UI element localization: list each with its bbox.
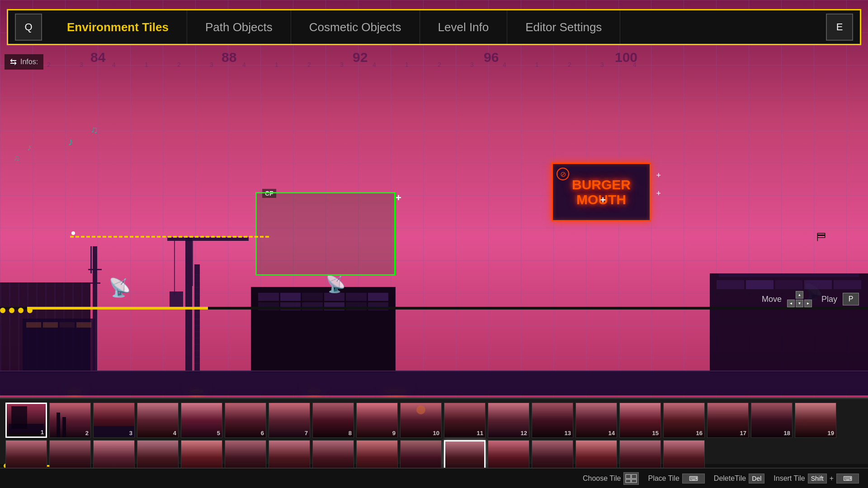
editor-key-button[interactable]: E [826, 14, 853, 41]
tile-19-top[interactable]: 19 [795, 403, 836, 438]
tile-13[interactable]: 13 [532, 403, 573, 438]
place-tile-key[interactable]: ⌨ [682, 474, 705, 483]
sign-icon: ⊘ [557, 168, 569, 180]
choose-tile-label: Choose Tile [583, 474, 621, 483]
delete-tile-key[interactable]: Del [749, 474, 764, 483]
search-button[interactable]: Q [15, 14, 42, 41]
progress-bar-top [0, 307, 868, 310]
tile-18-top[interactable]: 18 [751, 403, 793, 438]
main-building [251, 287, 396, 373]
cursor-2: + [600, 194, 606, 206]
progress-line [27, 307, 208, 310]
key-empty-1 [787, 291, 795, 299]
place-tile-label: Place Tile [648, 474, 679, 483]
burger-sign: ⊘ BURGER MOUTH + + [552, 163, 651, 221]
progress-dot-1 [0, 308, 5, 313]
svg-rect-1 [632, 474, 637, 479]
antenna-tower [88, 246, 102, 373]
music-note-1: ♪ [68, 136, 73, 148]
sign-text-line1: BURGER [572, 177, 631, 192]
bottom-toolbar: Choose Tile Place Tile ⌨ DeleteTile Del … [0, 468, 868, 488]
music-note-3: ♪ [27, 142, 32, 153]
play-key-button[interactable]: P [843, 293, 859, 305]
insert-tile-shift-key[interactable]: Shift [808, 474, 827, 483]
key-right[interactable]: ► [804, 300, 812, 307]
move-keys: ▲ ◄ ▼ ► [787, 291, 811, 307]
key-up[interactable]: ▲ [796, 291, 803, 299]
info-panel: ⇆ Infos: [5, 54, 43, 70]
tile-14[interactable]: 14 [576, 403, 617, 438]
game-scene: 📡 📡 📡 ♪ ♫ ♪ ♫ ⊘ BURGER MOUTH + + [0, 59, 868, 398]
satellite-dish-2: 📡 [326, 275, 346, 294]
building-2 [23, 319, 95, 373]
info-icon: ⇆ [10, 57, 17, 67]
tile-5[interactable]: 5 [181, 403, 222, 438]
move-label: Move [762, 295, 782, 304]
tab-cosmetic-objects[interactable]: Cosmetic Objects [291, 10, 420, 44]
toolbar-insert-tile: Insert Tile Shift + ⌨ [774, 474, 859, 483]
progress-dot-2 [9, 308, 14, 313]
tile-4[interactable]: 4 [137, 403, 179, 438]
choose-tile-key[interactable] [623, 472, 639, 485]
tile-11[interactable]: 11 [444, 403, 486, 438]
toolbar-place-tile: Place Tile ⌨ [648, 474, 704, 483]
player-character [71, 231, 75, 235]
svg-rect-0 [626, 474, 631, 479]
toolbar-delete-tile: DeleteTile Del [714, 474, 764, 483]
ground [0, 371, 868, 395]
svg-rect-2 [626, 479, 631, 483]
plus-sign: + [830, 474, 834, 483]
selection-box [255, 192, 396, 276]
tile-1[interactable]: 1 [5, 403, 47, 438]
search-icon: Q [24, 21, 32, 33]
key-left[interactable]: ◄ [787, 300, 795, 307]
tile-12[interactable]: 12 [488, 403, 529, 438]
svg-rect-3 [632, 479, 637, 483]
tab-level-info[interactable]: Level Info [420, 10, 508, 44]
play-label: Play [821, 295, 837, 304]
move-play-controls: Move ▲ ◄ ▼ ► Play P [762, 291, 859, 307]
insert-tile-key[interactable]: ⌨ [836, 474, 859, 483]
tile-15[interactable]: 15 [619, 403, 661, 438]
finish-flag: ⛿ [816, 231, 827, 242]
tile-3[interactable]: 3 [93, 403, 135, 438]
tile-9[interactable]: 9 [356, 403, 398, 438]
tab-path-objects[interactable]: Path Objects [187, 10, 291, 44]
music-note-4: ♫ [14, 154, 20, 163]
toolbar-choose-tile: Choose Tile [583, 472, 639, 485]
right-building [710, 273, 868, 373]
tile-16[interactable]: 16 [663, 403, 705, 438]
tile-6[interactable]: 6 [225, 403, 266, 438]
music-note-2: ♫ [90, 124, 98, 136]
top-navigation: Q Environment Tiles Path Objects Cosmeti… [7, 9, 861, 45]
satellite-dish-1: 📡 [108, 277, 131, 298]
tile-7[interactable]: 7 [269, 403, 310, 438]
progress-dot-3 [18, 308, 24, 313]
delete-tile-label: DeleteTile [714, 474, 746, 483]
editor-key-icon: E [836, 21, 843, 33]
cursor-1: + [396, 192, 401, 204]
tile-2[interactable]: 2 [49, 403, 91, 438]
tile-10[interactable]: 10 [400, 403, 442, 438]
game-viewport[interactable]: ⇆ Infos: 84 88 92 96 100 1 2 3 4 1 2 3 4… [0, 0, 868, 398]
info-label: Infos: [20, 58, 38, 66]
tile-row-1: 1 2 3 4 5 6 7 8 9 10 11 12 13 14 15 16 1… [5, 403, 863, 438]
tab-editor-settings[interactable]: Editor Settings [507, 10, 620, 44]
tile-17-top[interactable]: 17 [707, 403, 749, 438]
tile-8[interactable]: 8 [312, 403, 354, 438]
crane [167, 237, 249, 373]
key-empty-2 [804, 291, 812, 299]
insert-tile-label: Insert Tile [774, 474, 805, 483]
tile-panel: 1 2 3 4 5 6 7 8 9 10 11 12 13 14 15 16 1… [0, 398, 868, 488]
nav-tabs: Environment Tiles Path Objects Cosmetic … [49, 10, 819, 44]
tab-environment-tiles[interactable]: Environment Tiles [49, 10, 187, 44]
checkpoint-marker: CP [262, 189, 276, 198]
path-line [70, 236, 269, 238]
key-down[interactable]: ▼ [796, 300, 803, 307]
